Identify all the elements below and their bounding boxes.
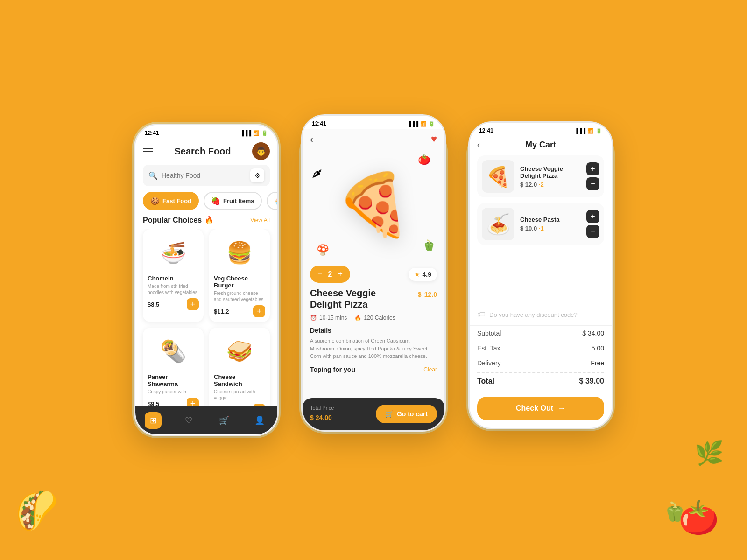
shawarma-image: 🌯 [148, 332, 199, 370]
cart-pasta-increase[interactable]: + [586, 210, 599, 223]
food-card-sandwich[interactable]: 🥪 Cheese Sandwich Cheese spread with veg… [209, 328, 270, 406]
view-all-button[interactable]: View All [250, 217, 270, 224]
dessert-icon: 🧁 [274, 196, 277, 205]
phone-1: 12:41 ▐▐▐ 📶 🔋 Search Food 👨 [134, 124, 279, 436]
burger-price: $11.2 [214, 308, 229, 315]
toping-row: Toping for you Clear [310, 366, 437, 373]
status-icons-1: ▐▐▐ 📶 🔋 [240, 130, 268, 136]
cart-btn-icon: 🛒 [385, 410, 393, 418]
p2-content: ‹ ♥ 🍅 🌶 🍕 🫑 🍄 − 2 + [303, 129, 444, 430]
qty-increase-button[interactable]: + [338, 269, 343, 279]
category-tabs: 🍪 Fast Food 🍓 Fruit Items 🧁 Dessert [135, 192, 277, 216]
filter-button[interactable]: ⚙ [250, 168, 264, 182]
search-icon: 🔍 [148, 171, 158, 180]
checkout-button[interactable]: Check Out → [477, 397, 604, 420]
cart-pasta-decrease[interactable]: − [586, 225, 599, 238]
tab-dessert[interactable]: 🧁 Dessert [267, 192, 277, 210]
tab-fast-food[interactable]: 🍪 Fast Food [143, 192, 199, 210]
sandwich-price-row: $7.0 + [214, 404, 265, 406]
calories-info: 🔥 120 Calories [354, 315, 395, 321]
shawarma-price: $9.5 [148, 400, 159, 407]
bottom-nav: ⊞ ♡ 🛒 👤 [135, 406, 277, 434]
tab-fruit-items[interactable]: 🍓 Fruit Items [204, 192, 261, 210]
floating-capsicum: 🫑 [423, 239, 435, 252]
nav-cart-button[interactable]: 🛒 [216, 412, 233, 429]
qty-decrease-button[interactable]: − [317, 269, 323, 279]
search-bar[interactable]: 🔍 ⚙ [143, 165, 270, 186]
nav-favorites-button[interactable]: ♡ [180, 412, 197, 429]
food-card-shawarma[interactable]: 🌯 Paneer Shawarma Crispy paneer with $9.… [143, 328, 204, 406]
discount-icon: 🏷 [477, 310, 486, 320]
burger-desc: Fresh ground cheese and sauteed vegetabl… [214, 290, 265, 302]
chomein-price: $8.5 [148, 301, 159, 308]
discount-text: Do you have any discount code? [489, 311, 578, 318]
total-row: Total $ 39.00 [477, 372, 604, 389]
cart-pizza-increase[interactable]: + [586, 162, 599, 175]
total-amount: $ 24.00 [310, 411, 334, 423]
cart-item-pasta: 🍝 Cheese Pasta $ 10.0 ·1 + − [477, 203, 604, 245]
food-card-burger[interactable]: 🍔 Veg Cheese Burger Fresh ground cheese … [209, 229, 270, 322]
search-input[interactable] [162, 172, 247, 179]
wifi-icon-2: 📶 [420, 121, 427, 127]
popular-header: Popular Choices 🔥 View All [135, 216, 277, 229]
pizza-info: Cheese Veggie Delight Pizza $ 12.0 ⏰ 10-… [303, 287, 444, 398]
favorite-button[interactable]: ♥ [431, 133, 437, 145]
nav-home-button[interactable]: ⊞ [145, 412, 162, 429]
rating-value: 4.9 [423, 271, 431, 278]
shawarma-name: Paneer Shawarma [148, 373, 199, 387]
time-3: 12:41 [479, 127, 493, 134]
cart-item-pizza: 🍕 Cheese Veggie Delight Pizza $ 12.0 ·2 … [477, 155, 604, 197]
cart-pizza-decrease[interactable]: − [586, 177, 599, 190]
menu-button[interactable] [143, 148, 153, 154]
signal-icon: ▐▐▐ [240, 130, 251, 136]
add-shawarma-button[interactable]: + [187, 398, 199, 406]
add-sandwich-button[interactable]: + [253, 404, 265, 406]
time-2: 12:41 [312, 120, 326, 127]
quantity-control: − 2 + [310, 266, 350, 283]
tax-row: Est. Tax 5.00 [477, 341, 604, 356]
add-chomein-button[interactable]: + [187, 298, 199, 310]
toping-label: Toping for you [310, 366, 355, 373]
food-card-chomein[interactable]: 🍜 Chomein Made from stir-fried noodles w… [143, 229, 204, 322]
sandwich-image: 🥪 [214, 332, 265, 370]
pizza-image-area: 🍅 🌶 🍕 🫑 🍄 [303, 149, 444, 261]
floating-tomato: 🍅 [418, 154, 430, 166]
subtotal-value: $ 34.00 [582, 329, 604, 337]
quantity-display: 2 [328, 270, 332, 279]
cart-pizza-name: Cheese Veggie Delight Pizza [520, 165, 581, 179]
cart-pasta-name: Cheese Pasta [520, 216, 581, 223]
tax-value: 5.00 [592, 344, 604, 352]
floating-pepper: 🌶 [312, 168, 322, 180]
cart-back-button[interactable]: ‹ [477, 140, 480, 150]
tax-label: Est. Tax [477, 344, 500, 352]
avatar[interactable]: 👨 [252, 142, 270, 160]
cart-items-list: 🍕 Cheese Veggie Delight Pizza $ 12.0 ·2 … [470, 155, 612, 310]
status-icons-3: ▐▐▐ 📶 🔋 [575, 128, 602, 134]
nav-profile-button[interactable]: 👤 [251, 412, 268, 429]
qty-rating-row: − 2 + ★ 4.9 [303, 261, 444, 287]
cart-pasta-image: 🍝 [482, 208, 514, 240]
signal-icon-3: ▐▐▐ [575, 128, 585, 133]
burger-image: 🍔 [214, 234, 265, 271]
chomein-name: Chomein [148, 275, 199, 282]
burger-name: Veg Cheese Burger [214, 275, 265, 289]
add-burger-button[interactable]: + [253, 305, 265, 317]
p1-header: Search Food 👨 [135, 139, 277, 165]
total-value: $ 39.00 [579, 377, 604, 385]
signal-icon-2: ▐▐▐ [408, 121, 418, 126]
popular-title: Popular Choices 🔥 [143, 216, 214, 224]
fast-food-label: Fast Food [162, 197, 191, 204]
status-icons-2: ▐▐▐ 📶 🔋 [408, 121, 435, 127]
food-grid: 🍜 Chomein Made from stir-fried noodles w… [135, 229, 277, 406]
details-text: A supreme combination of Green Capsicum,… [310, 337, 437, 360]
back-button[interactable]: ‹ [310, 134, 313, 145]
cart-pizza-info: Cheese Veggie Delight Pizza $ 12.0 ·2 [520, 165, 581, 188]
p3-header: ‹ My Cart [470, 136, 612, 155]
clear-button[interactable]: Clear [423, 366, 437, 373]
go-to-cart-button[interactable]: 🛒 Go to cart [376, 405, 437, 423]
shawarma-desc: Crispy paneer with [148, 389, 199, 395]
shawarma-price-row: $9.5 + [148, 398, 199, 406]
discount-row[interactable]: 🏷 Do you have any discount code? [470, 310, 612, 325]
phone-3-outer: 12:41 ▐▐▐ 📶 🔋 ‹ My Cart 🍕 [466, 129, 615, 431]
status-bar-2: 12:41 ▐▐▐ 📶 🔋 [303, 116, 444, 129]
